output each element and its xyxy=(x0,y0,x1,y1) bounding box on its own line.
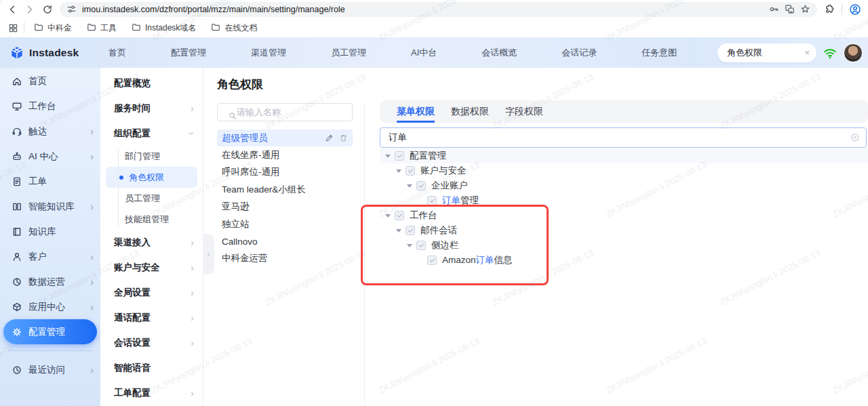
tree-checkbox-checked[interactable] xyxy=(395,211,404,220)
submenu-item[interactable]: 智能语音 xyxy=(100,355,203,380)
tree-node[interactable]: 配置管理 xyxy=(380,148,868,163)
role-search-input[interactable] xyxy=(217,103,353,121)
role-list-item[interactable]: 独立站 xyxy=(217,216,353,232)
submenu-item[interactable]: 组织配置› xyxy=(100,121,203,146)
filter-clear-icon[interactable] xyxy=(850,133,860,142)
tree-node[interactable]: 订单管理 xyxy=(380,193,868,208)
sidebar-item-customer[interactable]: 客户› xyxy=(0,244,100,269)
sidebar-item-apps[interactable]: 应用中心› xyxy=(0,294,100,319)
sidebar-item-settings[interactable]: 配置管理 xyxy=(3,319,97,344)
password-key-icon[interactable] xyxy=(769,4,779,14)
role-name: 中科金运营 xyxy=(222,252,268,264)
caret-down-icon[interactable] xyxy=(382,155,393,158)
folder-icon xyxy=(211,22,220,34)
sidebar-item-recent[interactable]: 最近访问› xyxy=(0,357,100,382)
tree-node[interactable]: 账户与安全 xyxy=(380,163,868,178)
topnav-item[interactable]: 员工管理 xyxy=(331,47,366,59)
submenu-item[interactable]: 全局设置› xyxy=(100,280,203,305)
url-text[interactable]: imou.instadesk.com/dzfront/portal/mzz/ma… xyxy=(82,5,764,14)
caret-down-icon[interactable] xyxy=(404,244,415,247)
tab-菜单权限[interactable]: 菜单权限 xyxy=(397,100,435,123)
permission-filter-input[interactable] xyxy=(380,127,867,148)
tree-node[interactable]: 侧边栏 xyxy=(380,238,868,253)
browser-profile-icon[interactable] xyxy=(849,3,861,16)
submenu-item[interactable]: 账户与安全› xyxy=(100,255,203,280)
sidebar-item-kb[interactable]: 知识库 xyxy=(0,219,100,244)
reach-icon xyxy=(12,126,22,137)
site-info-icon[interactable] xyxy=(66,4,77,14)
tab-数据权限[interactable]: 数据权限 xyxy=(451,100,489,123)
submenu-item[interactable]: 通话配置› xyxy=(100,305,203,330)
sidebar-item-ticket[interactable]: 工单 xyxy=(0,169,100,194)
role-list-item[interactable]: Team leader&小组长 xyxy=(217,181,353,198)
submenu-item[interactable]: 工单配置› xyxy=(100,380,203,405)
topbar-search[interactable]: 角色权限 × xyxy=(717,43,816,62)
user-avatar[interactable] xyxy=(844,43,863,62)
role-list-item[interactable]: 呼叫席位-通用 xyxy=(217,164,353,181)
submenu-item[interactable]: 会话设置› xyxy=(100,330,203,355)
role-list-item[interactable]: 亚马逊 xyxy=(217,199,353,216)
tree-node[interactable]: 工作台 xyxy=(380,208,868,223)
translate-icon[interactable] xyxy=(785,4,795,14)
caret-down-icon[interactable] xyxy=(393,229,404,232)
submenu-item-label: 配置概览 xyxy=(114,77,151,89)
toolbar-separator xyxy=(842,4,842,15)
brand[interactable]: Instadesk xyxy=(0,45,100,60)
submenu-item[interactable]: 员工管理 xyxy=(100,188,203,209)
sidebar-item-data[interactable]: 数据运营› xyxy=(0,269,100,294)
caret-down-icon[interactable] xyxy=(382,214,393,218)
topbar-search-clear-icon[interactable]: × xyxy=(804,48,810,57)
apps-grid-icon[interactable] xyxy=(8,23,18,33)
caret-down-icon[interactable] xyxy=(393,169,404,173)
bookmark-item[interactable]: Instadesk域名 xyxy=(127,21,200,35)
back-icon[interactable] xyxy=(7,4,18,15)
tree-checkbox-checked[interactable] xyxy=(416,241,426,250)
tab-字段权限[interactable]: 字段权限 xyxy=(505,100,543,123)
tree-checkbox-checked[interactable] xyxy=(427,256,437,265)
submenu-item[interactable]: 服务时间› xyxy=(100,96,203,121)
role-list-item[interactable]: 超级管理员 xyxy=(217,129,353,146)
sidebar-item-workbench[interactable]: 工作台 xyxy=(0,94,100,119)
tree-node[interactable]: 邮件会话 xyxy=(380,223,868,238)
submenu-item[interactable]: 技能组管理 xyxy=(100,209,203,230)
submenu-item[interactable]: 配置概览 xyxy=(100,70,203,96)
caret-down-icon[interactable] xyxy=(404,184,415,188)
tree-checkbox-checked[interactable] xyxy=(395,151,404,161)
role-list-item[interactable]: 中科金运营 xyxy=(217,250,353,267)
submenu-item[interactable]: 渠道接入› xyxy=(100,230,203,255)
forward-icon[interactable] xyxy=(24,4,35,15)
extensions-puzzle-icon[interactable] xyxy=(824,4,835,15)
topnav-item[interactable]: 任务意图 xyxy=(642,47,677,59)
submenu-item[interactable]: 部门管理 xyxy=(100,146,203,167)
edit-pencil-icon[interactable] xyxy=(325,134,334,142)
tree-node[interactable]: Amazon订单信息 xyxy=(380,253,868,268)
tree-checkbox-checked[interactable] xyxy=(416,181,426,190)
bookmark-star-icon[interactable] xyxy=(800,4,810,14)
sidebar-item-reach[interactable]: 触达› xyxy=(0,119,100,144)
sidebar-item-ai[interactable]: AI 中心› xyxy=(0,144,100,169)
topnav-item[interactable]: AI中台 xyxy=(411,47,437,59)
topnav-item[interactable]: 会话记录 xyxy=(561,47,597,59)
sidebar-item-home[interactable]: 首页 xyxy=(0,68,100,94)
delete-trash-icon[interactable] xyxy=(339,134,348,142)
tree-checkbox-checked[interactable] xyxy=(406,166,415,176)
role-list-item[interactable]: Callnovo xyxy=(217,232,353,249)
topnav-item[interactable]: 首页 xyxy=(108,47,126,59)
role-list-item[interactable]: 在线坐席-通用 xyxy=(217,146,353,163)
topnav-item[interactable]: 配置管理 xyxy=(171,47,206,59)
tree-checkbox-checked[interactable] xyxy=(427,196,437,205)
topbar-search-value[interactable]: 角色权限 xyxy=(727,47,804,59)
bookmark-item[interactable]: 工具 xyxy=(83,21,121,35)
submenu-collapse-handle[interactable]: ‹ xyxy=(203,234,214,275)
tree-checkbox-checked[interactable] xyxy=(406,226,415,235)
topnav-item[interactable]: 会话概览 xyxy=(481,47,517,59)
tree-node[interactable]: 企业账户 xyxy=(380,178,868,193)
submenu-item[interactable]: 角色权限 xyxy=(106,167,197,188)
submenu-item-label: 员工管理 xyxy=(125,192,160,205)
sidebar-item-smartkb[interactable]: 智能知识库› xyxy=(0,194,100,219)
topnav-item[interactable]: 渠道管理 xyxy=(251,47,286,59)
url-bar[interactable]: imou.instadesk.com/dzfront/portal/mzz/ma… xyxy=(60,2,817,17)
bookmark-item[interactable]: 在线文档 xyxy=(207,21,261,35)
reload-icon[interactable] xyxy=(42,4,53,15)
bookmark-item[interactable]: 中科金 xyxy=(30,21,76,35)
